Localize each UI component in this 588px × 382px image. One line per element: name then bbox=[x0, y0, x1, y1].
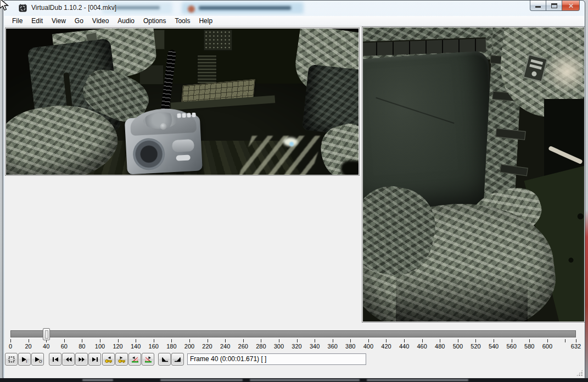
mark-in-button[interactable] bbox=[158, 353, 171, 366]
client-area: 0204060801001201401601802002202402602803… bbox=[4, 26, 585, 378]
step-back-icon bbox=[64, 355, 73, 364]
tick-60 bbox=[64, 339, 65, 342]
playback-toolbar: Frame 40 (0:00:01.671) [ ] IO bbox=[4, 352, 585, 368]
output-video-frame bbox=[363, 27, 584, 322]
virtualdub-window: VirtualDub 1.10.2 - [004.mkv] FileEditVi… bbox=[3, 0, 585, 379]
tick-label-320: 320 bbox=[292, 343, 301, 350]
tick-label-560: 560 bbox=[506, 343, 516, 350]
step-backward-button[interactable] bbox=[62, 353, 75, 366]
tick-80 bbox=[82, 339, 82, 342]
toolbar-group-0: IO bbox=[5, 353, 44, 366]
tick-label-520: 520 bbox=[471, 343, 480, 350]
window-title: VirtualDub 1.10.2 - [004.mkv] bbox=[31, 4, 116, 12]
taskbar[interactable] bbox=[0, 378, 588, 382]
tick-420 bbox=[386, 339, 387, 342]
timeline-track[interactable] bbox=[10, 330, 576, 337]
menu-edit[interactable]: Edit bbox=[27, 16, 47, 26]
tick-220 bbox=[208, 339, 208, 342]
scene-forward-icon bbox=[144, 355, 153, 364]
play-output-button[interactable]: O bbox=[31, 353, 44, 366]
play-input-button[interactable]: I bbox=[18, 353, 31, 366]
bottom-shadow bbox=[396, 269, 528, 322]
menu-audio[interactable]: Audio bbox=[113, 16, 139, 26]
input-video-pane bbox=[5, 27, 360, 176]
menu-go[interactable]: Go bbox=[70, 16, 88, 26]
go-to-start-button[interactable] bbox=[49, 353, 61, 366]
tick-label-400: 400 bbox=[363, 343, 373, 350]
tick-label-380: 380 bbox=[345, 343, 355, 350]
toolbar-group-1 bbox=[49, 353, 101, 366]
tick-label-460: 460 bbox=[417, 343, 427, 350]
tick-160 bbox=[154, 339, 154, 342]
menu-help[interactable]: Help bbox=[194, 16, 217, 26]
tick-label-280: 280 bbox=[256, 343, 266, 350]
tick-label-360: 360 bbox=[328, 343, 338, 350]
tick-460 bbox=[422, 339, 423, 342]
tick-label-300: 300 bbox=[274, 343, 284, 350]
tick-260 bbox=[243, 339, 244, 342]
tick-320 bbox=[297, 339, 298, 342]
tick-label-80: 80 bbox=[79, 343, 85, 350]
titlebar[interactable]: VirtualDub 1.10.2 - [004.mkv] bbox=[3, 1, 585, 16]
tick-540 bbox=[494, 339, 494, 342]
keypad-panel bbox=[204, 30, 232, 51]
tick-560 bbox=[512, 339, 512, 342]
tick-100 bbox=[100, 339, 100, 342]
tick-label-420: 420 bbox=[381, 343, 391, 350]
timeline-slider-thumb[interactable] bbox=[43, 328, 50, 340]
tick-620 bbox=[565, 339, 565, 342]
step-forward-icon bbox=[77, 355, 86, 364]
next-keyframe-button[interactable] bbox=[115, 353, 128, 366]
taskbar-item bbox=[82, 379, 113, 381]
tick-20 bbox=[29, 339, 29, 342]
tick-120 bbox=[118, 339, 119, 342]
minimize-icon bbox=[535, 6, 541, 8]
tick-label-500: 500 bbox=[453, 343, 463, 350]
boombox-handle bbox=[176, 154, 190, 160]
minimize-button[interactable] bbox=[530, 1, 546, 11]
go-start-icon bbox=[51, 355, 60, 364]
tick-label-480: 480 bbox=[435, 343, 445, 350]
tick-440 bbox=[404, 339, 405, 342]
menu-view[interactable]: View bbox=[47, 16, 70, 26]
taskbar-item bbox=[367, 379, 468, 381]
tick-label-20: 20 bbox=[25, 343, 31, 350]
tick-480 bbox=[440, 339, 440, 342]
tick-label-160: 160 bbox=[149, 343, 159, 350]
tick-label-220: 220 bbox=[202, 343, 212, 350]
mark-out-button[interactable] bbox=[171, 353, 184, 366]
tick-580 bbox=[529, 339, 530, 342]
maximize-button[interactable] bbox=[546, 1, 562, 11]
menu-video[interactable]: Video bbox=[88, 16, 113, 26]
tick-label-180: 180 bbox=[166, 343, 176, 350]
tick-500 bbox=[458, 339, 458, 342]
boombox bbox=[124, 107, 203, 174]
menu-options[interactable]: Options bbox=[139, 16, 170, 26]
virtualdub-app-icon bbox=[18, 3, 27, 13]
next-scene-button[interactable] bbox=[142, 353, 154, 366]
desktop-edge bbox=[585, 0, 588, 382]
stop-icon bbox=[7, 355, 16, 364]
boombox-badge bbox=[172, 139, 194, 152]
blurred-text bbox=[113, 6, 160, 9]
tick-400 bbox=[368, 339, 369, 342]
tick-label-60: 60 bbox=[61, 343, 68, 350]
close-button[interactable] bbox=[562, 1, 580, 11]
previous-scene-button[interactable] bbox=[128, 353, 141, 366]
tick-label-0: 0 bbox=[9, 343, 12, 350]
tick-180 bbox=[171, 339, 172, 342]
vent-grille bbox=[197, 55, 217, 84]
menu-file[interactable]: File bbox=[8, 16, 27, 26]
step-forward-button[interactable] bbox=[75, 353, 88, 366]
previous-keyframe-button[interactable] bbox=[102, 353, 115, 366]
go-to-end-button[interactable] bbox=[88, 353, 101, 366]
svg-text:I: I bbox=[26, 359, 27, 363]
stop-button[interactable] bbox=[5, 353, 18, 366]
toolbar-group-2 bbox=[102, 353, 128, 366]
mouse-cursor bbox=[0, 0, 12, 13]
taskbar-item bbox=[250, 379, 360, 381]
menu-tools[interactable]: Tools bbox=[170, 16, 194, 26]
tick-140 bbox=[136, 339, 136, 342]
resize-grip[interactable] bbox=[576, 369, 583, 377]
tick-label-120: 120 bbox=[113, 343, 122, 350]
